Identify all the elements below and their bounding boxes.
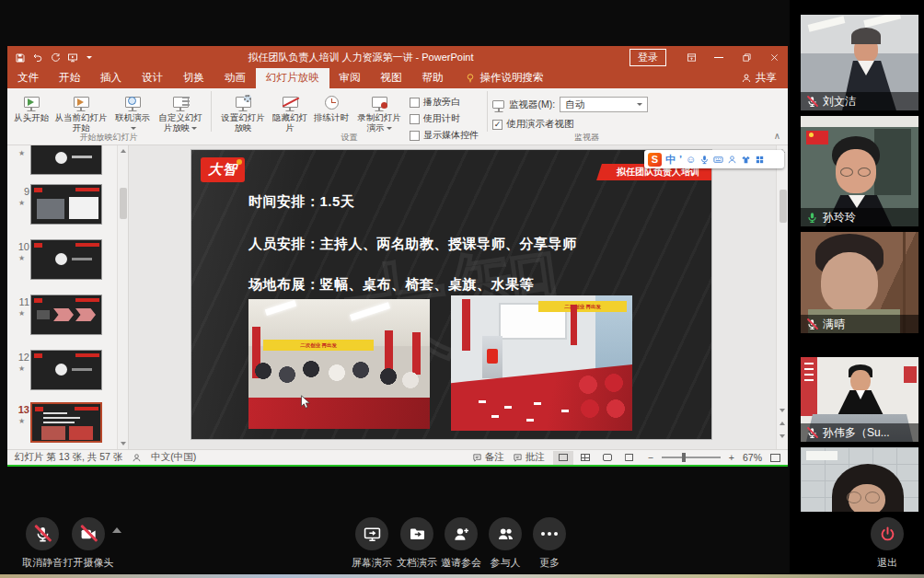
animation-star-icon: ★ <box>18 417 25 425</box>
participants-icon <box>497 526 514 543</box>
close-button[interactable] <box>760 46 788 69</box>
comments-button[interactable]: 批注 <box>513 451 545 464</box>
glasses <box>865 491 880 503</box>
use-timings-checkbox[interactable]: 使用计时 <box>410 112 479 125</box>
from-current-icon <box>70 92 92 112</box>
tab-help[interactable]: 帮助 <box>412 68 454 88</box>
hide-slide-button[interactable]: 隐藏幻灯片 <box>270 91 310 134</box>
normal-view-button[interactable] <box>553 451 573 465</box>
thumbnail-scrollbar[interactable] <box>117 145 128 449</box>
slide-sorter-view-button[interactable] <box>575 451 595 465</box>
checkbox-unchecked-icon <box>410 114 420 124</box>
collapse-ribbon-icon[interactable]: ∧ <box>774 131 780 141</box>
slide-counter: 幻灯片 第 13 张, 共 57 张 <box>15 451 122 464</box>
zoom-slider-thumb <box>682 453 686 462</box>
monitor-dropdown[interactable]: 自动 <box>560 97 648 112</box>
participant-video[interactable]: 刘文洁 <box>801 15 918 110</box>
mic-muted-icon <box>806 96 818 108</box>
present-online-button[interactable]: 联机演示 <box>110 91 155 134</box>
current-slide-canvas[interactable]: 大智 大智 拟任团队负责人培训 时间安排：1.5天 人员安排：主持人、两名助教、… <box>191 150 711 439</box>
tab-file[interactable]: 文件 <box>7 68 49 88</box>
undo-icon[interactable] <box>32 52 43 64</box>
zoom-in-icon[interactable]: + <box>729 452 734 463</box>
ime-punctuation-icon[interactable]: ’ <box>679 154 682 165</box>
account-icon[interactable] <box>727 155 737 165</box>
setup-slideshow-button[interactable]: 设置幻灯片放映 <box>216 91 270 134</box>
slide-8-thumbnail[interactable] <box>30 145 102 175</box>
custom-slideshow-button[interactable]: 自定义幻灯片放映 <box>155 91 206 134</box>
language-status[interactable]: 中文(中国) <box>151 451 196 464</box>
participant-video[interactable]: 满晴 <box>801 232 918 333</box>
tab-slideshow[interactable]: 幻灯片放映 <box>256 68 329 88</box>
slideshow-view-button[interactable] <box>619 451 640 465</box>
table-papers <box>479 400 486 403</box>
ribbon-display-options-button[interactable] <box>677 46 705 69</box>
slide-number: 9 <box>15 186 29 197</box>
editor-scrollbar[interactable] <box>776 145 788 449</box>
play-narrations-checkbox[interactable]: 播放旁白 <box>410 96 479 109</box>
slide-13-thumbnail-selected[interactable] <box>30 402 102 443</box>
record-slideshow-button[interactable]: 录制幻灯片演示 <box>352 91 406 134</box>
hide-slide-icon <box>279 92 301 112</box>
participant-name: 刘文洁 <box>823 94 856 110</box>
slide-11-thumbnail[interactable] <box>30 295 102 335</box>
toolbox-grid-icon[interactable] <box>755 155 765 165</box>
tab-design[interactable]: 设计 <box>132 68 173 88</box>
notes-button[interactable]: 备注 <box>472 451 504 464</box>
sogou-logo-icon[interactable]: S <box>648 153 662 167</box>
from-beginning-icon <box>20 92 42 112</box>
slide-10-thumbnail[interactable] <box>30 239 102 280</box>
zoom-out-icon[interactable]: − <box>648 452 653 463</box>
camera-options-caret-icon[interactable] <box>112 527 121 533</box>
tab-animations[interactable]: 动画 <box>214 68 256 88</box>
fit-to-window-icon[interactable] <box>770 454 780 462</box>
view-switcher <box>553 451 640 465</box>
slide-text-venue: 场地布展：竖幅、桌布、椅套、桌旗、水果等 <box>248 276 534 294</box>
taskbar-edge <box>0 574 924 578</box>
tell-me-search[interactable]: 操作说明搜索 <box>454 68 555 88</box>
podium <box>482 336 502 378</box>
face <box>850 370 871 392</box>
window-controls: 登录 <box>629 46 788 69</box>
exit-button[interactable]: 退出 <box>860 517 915 570</box>
reading-view-button[interactable] <box>597 451 618 465</box>
voice-input-icon[interactable] <box>699 155 710 165</box>
share-label: 共享 <box>756 71 777 85</box>
from-beginning-button[interactable]: 从头开始 <box>11 91 52 124</box>
tab-home[interactable]: 开始 <box>49 68 90 88</box>
login-button[interactable]: 登录 <box>629 49 666 66</box>
tab-insert[interactable]: 插入 <box>90 68 132 88</box>
participant-sidebar: 刘文洁 孙玲玲 <box>790 0 924 578</box>
slideshow-icon[interactable] <box>67 52 78 64</box>
red-poster <box>801 357 817 416</box>
mic-muted-icon <box>806 427 818 439</box>
participant-video[interactable]: 孙玲玲 <box>801 116 918 226</box>
restore-button[interactable] <box>733 46 760 69</box>
use-presenter-view-checkbox[interactable]: ✓使用演示者视图 <box>492 118 648 131</box>
participant-name: 孙玲玲 <box>823 210 856 225</box>
save-icon[interactable] <box>15 52 26 64</box>
slide-9-thumbnail[interactable] <box>30 184 102 225</box>
zoom-level[interactable]: 67% <box>743 452 762 463</box>
animation-star-icon: ★ <box>18 309 25 318</box>
ime-mode-chinese[interactable]: 中 <box>665 153 676 167</box>
soft-keyboard-icon[interactable] <box>713 155 723 165</box>
accessibility-icon[interactable] <box>132 453 142 463</box>
emoji-icon[interactable]: ☺ <box>686 154 696 165</box>
more-button[interactable]: 更多 <box>522 517 577 570</box>
share-button[interactable]: 共享 <box>730 68 788 88</box>
participant-video[interactable] <box>801 447 918 512</box>
slide-12-thumbnail[interactable] <box>30 350 102 390</box>
redo-icon[interactable] <box>50 52 61 64</box>
tab-transitions[interactable]: 切换 <box>173 68 214 88</box>
open-camera-button[interactable]: 打开摄像头 <box>61 517 116 570</box>
participant-video[interactable]: 孙伟多（Su... <box>801 357 918 442</box>
face <box>821 252 878 313</box>
skin-icon[interactable] <box>741 155 751 165</box>
minimize-button[interactable] <box>705 46 733 69</box>
zoom-slider[interactable] <box>662 457 721 458</box>
tab-view[interactable]: 视图 <box>371 68 412 88</box>
from-current-slide-button[interactable]: 从当前幻灯片开始 <box>52 91 110 134</box>
rehearse-timings-button[interactable]: 排练计时 <box>310 91 352 124</box>
tab-review[interactable]: 审阅 <box>329 68 371 88</box>
